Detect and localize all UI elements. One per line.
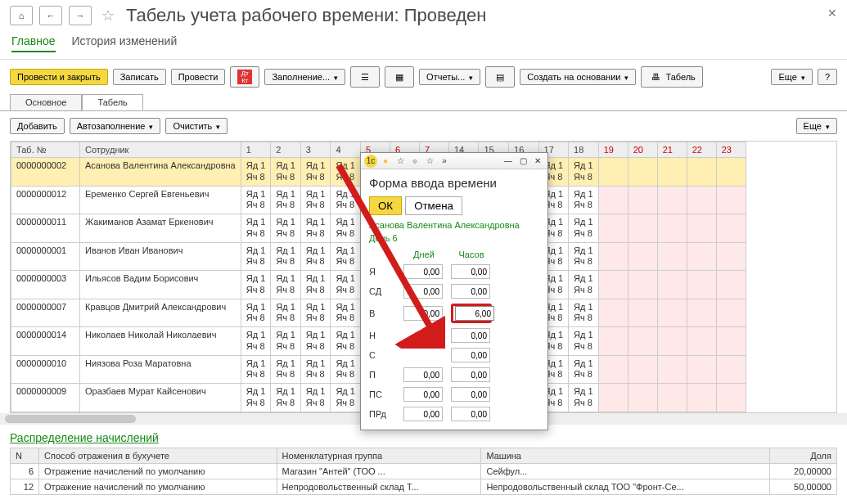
star-icon[interactable]: ☆: [101, 7, 115, 25]
tool-icon-2[interactable]: ▦: [385, 66, 414, 88]
back-button[interactable]: ←: [39, 6, 62, 25]
autofill-button[interactable]: Автозаполнение: [70, 118, 161, 134]
cell-day[interactable]: [657, 186, 687, 214]
cell-day[interactable]: [657, 299, 687, 327]
hours-input[interactable]: [451, 387, 490, 402]
cell-day[interactable]: Яд 1Яч 8: [569, 271, 599, 299]
forward-button[interactable]: →: [69, 6, 92, 25]
cell-day[interactable]: Яд 1Яч 8: [271, 299, 301, 327]
cell-day[interactable]: Яд 1Яч 8: [569, 186, 599, 214]
cell-day[interactable]: Яд 1Яч 8: [271, 242, 301, 271]
cell-day[interactable]: Яд 1Яч 8: [300, 327, 331, 356]
cell-day[interactable]: [628, 271, 657, 299]
cell-day[interactable]: Яд 1Яч 8: [271, 327, 301, 356]
cell-day[interactable]: [657, 384, 687, 412]
cell-day[interactable]: [716, 186, 746, 214]
cell-day[interactable]: Яд 1Яч 8: [300, 271, 331, 299]
post-close-button[interactable]: Провести и закрыть: [10, 69, 108, 85]
cell-day[interactable]: [657, 214, 687, 243]
cell-day[interactable]: Яд 1Яч 8: [569, 242, 599, 271]
cell-day[interactable]: [657, 271, 687, 299]
cell-day[interactable]: Яд 1Яч 8: [569, 299, 599, 327]
cell-day[interactable]: [598, 355, 628, 384]
cell-day[interactable]: Яд 1Яч 8: [241, 384, 271, 412]
cell-day[interactable]: Яд 1Яч 8: [241, 299, 271, 327]
cell-day[interactable]: [598, 299, 628, 327]
hours-input[interactable]: [451, 284, 490, 299]
subtab-timesheet[interactable]: Табель: [82, 94, 142, 110]
cell-day[interactable]: [598, 214, 628, 243]
tool-icon-1[interactable]: ☰: [350, 66, 380, 88]
cell-day[interactable]: Яд 1Яч 8: [271, 384, 301, 412]
cell-day[interactable]: Яд 1Яч 8: [241, 242, 271, 271]
cell-day[interactable]: [628, 242, 657, 271]
cell-day[interactable]: [687, 158, 716, 187]
close-icon[interactable]: ✕: [827, 7, 837, 20]
cell-day[interactable]: [716, 214, 746, 243]
cell-day[interactable]: [598, 384, 628, 412]
days-input[interactable]: [403, 284, 443, 299]
timesheet-button[interactable]: 🖶Табель: [641, 66, 702, 88]
cell-day[interactable]: [628, 186, 657, 214]
sub-more-button[interactable]: Еще: [796, 118, 837, 134]
cell-day[interactable]: Яд 1Яч 8: [271, 271, 301, 299]
cell-day[interactable]: [598, 271, 628, 299]
cell-day[interactable]: [598, 327, 628, 356]
clear-button[interactable]: Очистить: [165, 118, 228, 134]
cell-day[interactable]: [657, 158, 687, 187]
cell-day[interactable]: Яд 1Яч 8: [271, 214, 301, 243]
cell-day[interactable]: Яд 1Яч 8: [331, 242, 361, 271]
win-close-icon[interactable]: ✕: [531, 155, 544, 168]
hours-input[interactable]: [455, 306, 494, 321]
hours-input[interactable]: [451, 348, 490, 362]
home-button[interactable]: ⌂: [10, 6, 33, 25]
dist-row[interactable]: 12Отражение начислений по умолчаниюНепро…: [11, 479, 837, 494]
cell-day[interactable]: [687, 299, 716, 327]
cell-day[interactable]: Яд 1Яч 8: [300, 186, 331, 214]
dtkr-button[interactable]: ДтКт: [230, 66, 259, 88]
cell-day[interactable]: Яд 1Яч 8: [569, 327, 599, 356]
cell-day[interactable]: Яд 1Яч 8: [241, 158, 271, 187]
cell-day[interactable]: Яд 1Яч 8: [300, 384, 331, 412]
cell-day[interactable]: Яд 1Яч 8: [300, 355, 331, 384]
cell-day[interactable]: [687, 355, 716, 384]
help-button[interactable]: ?: [818, 69, 837, 85]
cell-day[interactable]: [687, 327, 716, 356]
cell-day[interactable]: [628, 214, 657, 243]
cell-day[interactable]: [716, 299, 746, 327]
cell-day[interactable]: [598, 186, 628, 214]
cell-day[interactable]: [628, 384, 657, 412]
hours-input[interactable]: [451, 367, 490, 382]
days-input[interactable]: [403, 306, 443, 321]
cell-day[interactable]: [598, 158, 628, 187]
cell-day[interactable]: [687, 384, 716, 412]
cell-day[interactable]: Яд 1Яч 8: [241, 186, 271, 214]
cell-day[interactable]: Яд 1Яч 8: [271, 355, 301, 384]
cell-day[interactable]: [716, 327, 746, 356]
cell-day[interactable]: Яд 1Яч 8: [331, 214, 361, 243]
cell-day[interactable]: [628, 299, 657, 327]
cell-day[interactable]: [687, 271, 716, 299]
cell-day[interactable]: [687, 186, 716, 214]
cell-day[interactable]: Яд 1Яч 8: [241, 271, 271, 299]
cell-day[interactable]: Яд 1Яч 8: [241, 327, 271, 356]
cell-day[interactable]: Яд 1Яч 8: [331, 327, 361, 356]
cell-day[interactable]: [716, 158, 746, 187]
cell-day[interactable]: [657, 327, 687, 356]
cell-day[interactable]: [716, 271, 746, 299]
hours-input[interactable]: [451, 407, 490, 421]
scroll-thumb[interactable]: [5, 415, 136, 423]
hours-input[interactable]: [451, 328, 490, 343]
days-input[interactable]: [403, 407, 443, 421]
star-icon[interactable]: ☆: [394, 155, 407, 168]
cell-day[interactable]: [716, 355, 746, 384]
cell-day[interactable]: Яд 1Яч 8: [569, 214, 599, 243]
cell-day[interactable]: Яд 1Яч 8: [300, 242, 331, 271]
cell-day[interactable]: [716, 384, 746, 412]
cell-day[interactable]: [687, 214, 716, 243]
modal-cancel-button[interactable]: Отмена: [405, 196, 462, 215]
cell-day[interactable]: Яд 1Яч 8: [331, 355, 361, 384]
pin-icon[interactable]: »: [438, 155, 451, 168]
cell-day[interactable]: Яд 1Яч 8: [300, 158, 331, 187]
tab-history[interactable]: История изменений: [72, 34, 178, 52]
